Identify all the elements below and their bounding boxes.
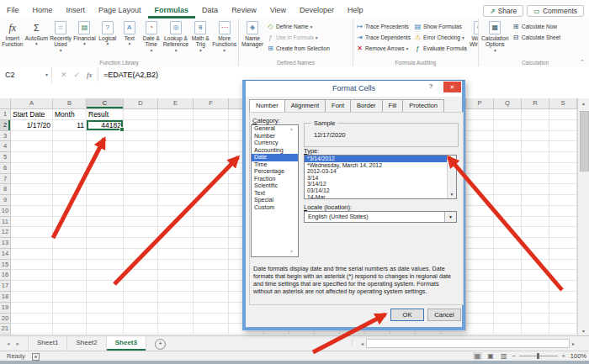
category-item-date[interactable]: Date — [252, 154, 298, 161]
cancel-button[interactable]: Cancel — [427, 309, 461, 321]
cell-q6[interactable] — [494, 163, 522, 174]
dialog-tab-alignment[interactable]: Alignment — [285, 99, 326, 113]
cell-q7[interactable] — [494, 174, 522, 185]
cell-b4[interactable] — [53, 141, 87, 152]
row-header-7[interactable]: 7 — [0, 174, 11, 185]
ribbon-button-insert-function[interactable]: fxInsertFunction — [1, 19, 24, 48]
cell-d13[interactable] — [124, 238, 158, 249]
cell-c17[interactable] — [87, 281, 124, 292]
cell-c6[interactable] — [87, 163, 124, 174]
cell-q2[interactable] — [494, 120, 522, 131]
cell-a14[interactable] — [11, 249, 53, 260]
cell-f7[interactable] — [194, 174, 229, 185]
column-header-r[interactable]: R — [522, 98, 549, 109]
category-item-percentage[interactable]: Percentage — [252, 168, 298, 176]
cell-f10[interactable] — [194, 206, 229, 217]
cell-e4[interactable] — [158, 141, 194, 152]
cell-s3[interactable] — [549, 131, 577, 142]
cell-p6[interactable] — [466, 163, 494, 174]
ribbon-button-create-from-selection[interactable]: ⊞Create from Selection — [265, 43, 332, 54]
cell-d21[interactable] — [124, 324, 158, 335]
row-header-1[interactable]: 1 — [0, 109, 11, 120]
ribbon-button-recently-used[interactable]: ☆RecentlyUsed▾ — [49, 19, 72, 53]
row-header-13[interactable]: 13 — [0, 238, 11, 249]
cell-a4[interactable] — [11, 141, 53, 152]
cell-a20[interactable] — [11, 314, 53, 324]
zoom-slider[interactable] — [519, 356, 558, 356]
ribbon-tab-developer[interactable]: Developer — [293, 3, 341, 18]
cell-q18[interactable] — [494, 292, 522, 303]
cell-a11[interactable] — [11, 217, 53, 228]
cell-a15[interactable] — [11, 260, 53, 271]
cell-f12[interactable] — [194, 227, 229, 238]
row-header-6[interactable]: 6 — [0, 163, 11, 174]
dialog-tab-fill[interactable]: Fill — [383, 99, 404, 113]
cell-c1[interactable]: Result — [87, 109, 124, 120]
cell-c20[interactable] — [87, 314, 124, 324]
type-scroll-up-icon[interactable]: ▲ — [448, 157, 456, 162]
cell-s2[interactable] — [549, 120, 577, 131]
row-header-4[interactable]: 4 — [0, 141, 11, 152]
cell-p19[interactable] — [466, 303, 494, 314]
ribbon-button-autosum[interactable]: ΣAutoSum▾ — [24, 19, 49, 46]
cell-f16[interactable] — [194, 270, 229, 281]
share-button[interactable]: ⇗ Share — [483, 5, 523, 17]
horizontal-scroll-thumb[interactable] — [366, 339, 570, 348]
cell-q1[interactable] — [494, 109, 522, 120]
cell-r3[interactable] — [522, 131, 549, 142]
cell-e18[interactable] — [158, 292, 194, 303]
cell-r16[interactable] — [522, 270, 549, 281]
cell-a21[interactable] — [11, 324, 53, 335]
cell-a18[interactable] — [11, 292, 53, 303]
cell-r8[interactable] — [522, 184, 549, 195]
cell-q12[interactable] — [494, 227, 522, 238]
cell-r14[interactable] — [522, 249, 549, 260]
hscroll-right-icon[interactable]: ▸ — [570, 340, 577, 346]
cell-p18[interactable] — [466, 292, 494, 303]
cell-f13[interactable] — [194, 238, 229, 249]
cell-e15[interactable] — [158, 260, 194, 271]
cell-c21[interactable] — [87, 324, 124, 335]
cell-e3[interactable] — [158, 131, 194, 142]
category-scroll-down-icon[interactable]: ▼ — [289, 249, 294, 254]
ribbon-button-define-name[interactable]: ◇Define Name▾ — [265, 21, 332, 32]
cell-e5[interactable] — [158, 152, 194, 163]
category-scroll-up-icon[interactable]: ▲ — [289, 126, 294, 131]
category-item-currency[interactable]: Currency — [252, 140, 298, 147]
cell-s19[interactable] — [549, 303, 577, 314]
ribbon-button-calculate-sheet[interactable]: ⊟Calculate Sheet — [511, 32, 563, 43]
ribbon-button-trace-precedents[interactable]: ↦Trace Precedents — [354, 21, 412, 32]
cell-e21[interactable] — [158, 324, 194, 335]
formula-enter-icon[interactable]: ✓ — [74, 71, 81, 79]
cell-b16[interactable] — [53, 270, 87, 281]
cell-e10[interactable] — [158, 206, 194, 217]
cell-c13[interactable] — [87, 238, 124, 249]
ribbon-button-lookup-reference[interactable]: ◎Lookup &Reference▾ — [162, 19, 189, 53]
ribbon-button-financial[interactable]: ▤Financial▾ — [72, 19, 97, 46]
cell-e1[interactable] — [158, 109, 194, 120]
cell-d1[interactable] — [124, 109, 158, 120]
type-list[interactable]: *3/14/2012*Wednesday, March 14, 20122012… — [304, 155, 457, 199]
row-header-8[interactable]: 8 — [0, 184, 11, 195]
cell-f11[interactable] — [194, 217, 229, 228]
view-page-break-icon[interactable]: ▥ — [499, 352, 509, 360]
cell-b2[interactable]: 11 — [53, 120, 87, 131]
cell-s21[interactable] — [549, 324, 577, 335]
cell-p21[interactable] — [466, 324, 494, 335]
category-item-custom[interactable]: Custom — [252, 204, 298, 212]
sheet-nav-left-icon[interactable]: ◂ — [7, 340, 10, 347]
row-header-20[interactable]: 20 — [0, 314, 11, 324]
cell-p9[interactable] — [466, 195, 494, 206]
cell-b14[interactable] — [53, 249, 87, 260]
column-header-q[interactable]: Q — [494, 98, 522, 109]
cell-d3[interactable] — [124, 131, 158, 142]
cell-s20[interactable] — [549, 314, 577, 324]
cell-p20[interactable] — [466, 314, 494, 324]
cell-c12[interactable] — [87, 227, 124, 238]
type-item-03-14-12[interactable]: 03/14/12 — [305, 187, 456, 194]
cell-b21[interactable] — [53, 324, 87, 335]
view-page-layout-icon[interactable]: ▣ — [486, 352, 496, 360]
ribbon-button-remove-arrows[interactable]: ✕Remove Arrows▾ — [354, 43, 412, 54]
cell-r12[interactable] — [522, 227, 549, 238]
dialog-tab-font[interactable]: Font — [326, 99, 351, 113]
